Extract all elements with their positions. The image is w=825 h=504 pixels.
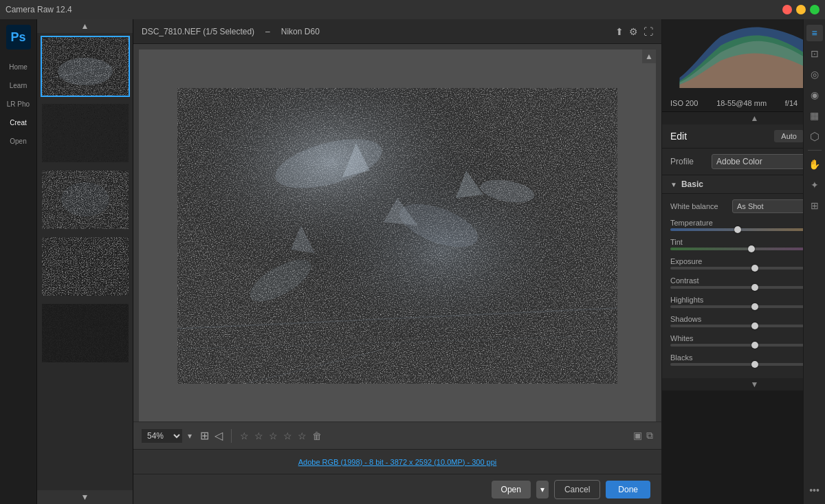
basic-section-title: Basic (681, 179, 703, 189)
rt-more-icon[interactable]: ••• (806, 482, 823, 498)
star-1[interactable]: ☆ (240, 430, 249, 441)
highlights-slider-row: Highlights 0 (670, 296, 825, 308)
temperature-fill (670, 228, 738, 231)
cancel-button[interactable]: Cancel (554, 480, 600, 499)
filmstrip-down-arrow[interactable]: ▼ (37, 490, 133, 504)
svg-point-5 (61, 182, 109, 217)
svg-rect-8 (177, 88, 617, 384)
toolbar-divider (231, 429, 232, 443)
rt-colorizer-icon[interactable]: ✦ (806, 177, 823, 193)
panel-scroll-up[interactable]: ▲ (662, 112, 825, 124)
exposure-track[interactable] (670, 267, 825, 270)
auto-button[interactable]: Auto (774, 130, 804, 142)
filmstrip-toggle-icon[interactable]: ⊞ (200, 429, 209, 442)
info-bar: Adobe RGB (1998) - 8 bit - 3872 x 2592 (… (133, 449, 661, 474)
svg-point-13 (478, 176, 536, 206)
profile-row: Profile Adobe Color Adobe Landscape Adob… (662, 149, 825, 175)
star-4[interactable]: ☆ (283, 430, 292, 441)
filmstrip: ▲ (37, 19, 133, 504)
compare-view-icon[interactable]: ⧉ (646, 430, 653, 441)
minimize-button[interactable] (796, 5, 806, 14)
contrast-thumb[interactable] (751, 284, 758, 291)
star-2[interactable]: ☆ (254, 430, 263, 441)
svg-point-11 (394, 195, 483, 255)
tint-label: Tint (670, 238, 683, 246)
contrast-track[interactable] (670, 286, 825, 289)
open-button[interactable]: Open (492, 481, 531, 498)
open-arrow-button[interactable]: ▾ (536, 481, 549, 498)
share-icon[interactable]: ⬆ (615, 26, 624, 37)
panel-scroll-down[interactable]: ▼ (662, 378, 825, 391)
blacks-thumb[interactable] (751, 361, 758, 368)
filmstrip-thumb-5[interactable] (41, 303, 130, 364)
exposure-slider-row: Exposure 0.00 (670, 257, 825, 270)
svg-marker-16 (342, 143, 370, 177)
expand-icon[interactable]: ⛶ (644, 26, 653, 37)
zoom-select[interactable]: 54% 25% 50% 100% (142, 429, 182, 443)
highlights-thumb[interactable] (751, 303, 758, 310)
sidebar-item-learn[interactable]: Learn (0, 76, 36, 95)
wb-label: White balance (670, 202, 732, 210)
temperature-track[interactable] (670, 228, 825, 231)
exposure-label: Exposure (670, 257, 702, 265)
tint-track[interactable] (670, 248, 825, 250)
temperature-thumb[interactable] (734, 226, 741, 233)
nav-icon[interactable]: ◁ (214, 429, 223, 442)
done-button[interactable]: Done (606, 481, 650, 498)
whites-track[interactable] (670, 344, 825, 347)
filmstrip-thumb-3[interactable] (41, 169, 130, 230)
rt-color-icon[interactable]: ⬡ (806, 128, 823, 144)
shadows-track[interactable] (670, 325, 825, 327)
histogram-svg (662, 19, 825, 95)
rt-filter-icon[interactable]: ▦ (806, 107, 823, 124)
basic-section-header[interactable]: ▼ Basic 👁 (662, 175, 825, 194)
image-toolbar: 54% 25% 50% 100% ▾ ⊞ ◁ ☆ ☆ ☆ ☆ ☆ 🗑 ▣ ⧉ (133, 421, 661, 449)
rt-hand-icon[interactable]: ✋ (806, 156, 823, 173)
whites-thumb[interactable] (751, 342, 758, 349)
exposure-thumb[interactable] (751, 265, 758, 272)
sliders-area: White balance As Shot Auto Daylight Clou… (662, 194, 825, 378)
blacks-track[interactable] (670, 363, 825, 366)
edit-header: Edit Auto B&W (662, 124, 825, 149)
blacks-slider-row: Blacks 0 (670, 353, 825, 366)
rt-sliders-icon[interactable]: ≡ (806, 25, 823, 41)
svg-line-21 (177, 336, 617, 349)
svg-rect-9 (177, 88, 617, 384)
settings-header-icon[interactable]: ⚙ (629, 26, 638, 37)
sidebar-item-lr[interactable]: LR Pho (0, 95, 36, 113)
tint-thumb[interactable] (748, 245, 755, 252)
filmstrip-thumb-1[interactable] (41, 36, 130, 97)
zoom-arrow[interactable]: ▾ (188, 431, 192, 441)
sidebar-item-creat[interactable]: Creat (0, 113, 36, 132)
delete-icon[interactable]: 🗑 (312, 430, 322, 441)
rt-grid-icon[interactable]: ⊞ (806, 197, 823, 214)
whites-label: Whites (670, 334, 694, 342)
maximize-button[interactable] (810, 5, 820, 14)
basic-chevron-icon: ▼ (670, 181, 677, 188)
star-3[interactable]: ☆ (269, 430, 278, 441)
rt-heal-icon[interactable]: ◎ (806, 66, 823, 83)
aperture-label: f/14 (785, 99, 798, 107)
camera-label: – (265, 27, 270, 36)
tool-divider (808, 150, 822, 151)
svg-marker-17 (384, 198, 418, 226)
single-view-icon[interactable]: ▣ (633, 430, 642, 441)
main-area: DSC_7810.NEF (1/5 Selected) – Nikon D60 … (133, 19, 661, 504)
rt-crop-icon[interactable]: ⊡ (806, 45, 823, 62)
white-balance-row: White balance As Shot Auto Daylight Clou… (670, 199, 825, 213)
filmstrip-up-arrow[interactable]: ▲ (37, 19, 133, 33)
contrast-label: Contrast (670, 276, 699, 285)
svg-line-20 (177, 308, 617, 329)
profile-label: Profile (670, 157, 712, 166)
star-5[interactable]: ☆ (298, 430, 307, 441)
close-button[interactable] (782, 5, 792, 14)
filmstrip-thumb-2[interactable] (41, 102, 130, 164)
image-top-arrow[interactable]: ▲ (642, 50, 656, 63)
rt-eye-icon[interactable]: ◉ (806, 87, 823, 103)
sidebar-item-home[interactable]: Home (0, 58, 36, 76)
shadows-thumb[interactable] (751, 322, 758, 329)
highlights-track[interactable] (670, 305, 825, 308)
filmstrip-thumb-4[interactable] (41, 236, 130, 297)
sidebar-item-open[interactable]: Open (0, 132, 36, 151)
image-info-text[interactable]: Adobe RGB (1998) - 8 bit - 3872 x 2592 (… (298, 458, 497, 466)
